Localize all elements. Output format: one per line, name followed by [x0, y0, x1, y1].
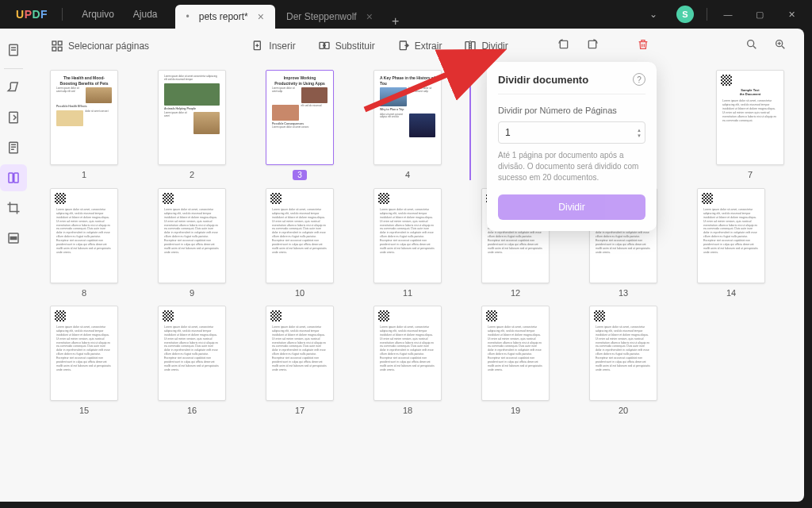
- page-thumb[interactable]: Lorem ipsum dolor sit amet, consectetur …: [262, 306, 338, 415]
- page-thumb[interactable]: Lorem ipsum dolor sit amet, consectetur …: [370, 306, 446, 415]
- page-thumb[interactable]: The Health and Mood-Boosting Benefits of…: [46, 70, 122, 180]
- svg-rect-10: [58, 47, 62, 51]
- menu-file[interactable]: Arquivo: [74, 4, 122, 25]
- page-number: 15: [79, 406, 89, 415]
- page-number: 14: [726, 288, 736, 298]
- svg-rect-9: [52, 47, 56, 51]
- sidebar-comment[interactable]: [0, 74, 27, 101]
- pages-input[interactable]: [505, 127, 637, 138]
- label: Selecionar páginas: [68, 40, 149, 52]
- page-number: 2: [190, 170, 194, 179]
- page-number: 8: [82, 288, 86, 298]
- svg-rect-4: [14, 173, 18, 183]
- page-number: 16: [187, 406, 197, 415]
- page-thumb[interactable]: A Key Phase in the History of TouLorem i…: [370, 70, 446, 180]
- rotate-left-button[interactable]: [553, 33, 575, 59]
- label: Inserir: [269, 40, 295, 52]
- page-thumb[interactable]: Lorem ipsum dolor sit amet, consectetur …: [262, 188, 338, 298]
- delete-button[interactable]: [632, 33, 654, 59]
- chevron-down-icon[interactable]: ⌄: [640, 4, 667, 25]
- page-thumb[interactable]: Lorem ipsum dolor sit amet, consectetur …: [154, 306, 230, 415]
- popup-title: Dividir documento: [498, 74, 588, 86]
- page-number: 13: [619, 288, 628, 298]
- page-number: 11: [403, 288, 412, 298]
- menu-help[interactable]: Ajuda: [125, 4, 166, 25]
- maximize-button[interactable]: ▢: [745, 3, 774, 25]
- extract-button[interactable]: Extrair: [389, 35, 450, 57]
- page-number: 10: [295, 288, 304, 298]
- minimize-button[interactable]: —: [714, 3, 742, 25]
- add-tab-button[interactable]: +: [384, 14, 407, 29]
- divider: [707, 8, 707, 21]
- sidebar-redact[interactable]: [0, 225, 27, 252]
- hint-text: Até 1 página por documento após a divisã…: [498, 150, 645, 183]
- sidebar-organize[interactable]: [0, 164, 27, 191]
- svg-rect-3: [9, 173, 13, 183]
- page-number: 19: [511, 406, 520, 415]
- page-thumb[interactable]: Lorem ipsum dolor sit amet, consectetur …: [585, 306, 661, 415]
- app-logo: UPDF: [6, 8, 57, 21]
- svg-rect-7: [52, 41, 56, 45]
- split-button[interactable]: Dividir: [456, 35, 515, 57]
- page-number: 18: [403, 406, 412, 415]
- svg-rect-15: [465, 41, 469, 50]
- sidebar-edit[interactable]: [0, 104, 27, 131]
- sidebar-crop[interactable]: [0, 194, 27, 221]
- svg-point-19: [748, 40, 754, 46]
- sidebar-reader[interactable]: [0, 37, 27, 64]
- split-document-popup: Dividir documento ? Dividir por Número d…: [487, 62, 657, 231]
- select-pages-button[interactable]: Selecionar páginas: [43, 35, 157, 57]
- svg-rect-16: [472, 41, 476, 50]
- svg-rect-6: [10, 237, 17, 240]
- tab-steppenwolf[interactable]: Der Steppenwolf ×: [275, 5, 384, 29]
- page-number: 1: [82, 170, 86, 179]
- page-thumb[interactable]: Lorem ipsum dolor sit amet, consectetur …: [154, 188, 230, 298]
- svg-rect-8: [58, 41, 62, 45]
- svg-rect-17: [560, 40, 567, 48]
- page-thumb[interactable]: Lorem ipsum dolor sit amet, consectetur …: [370, 188, 446, 298]
- page-thumb[interactable]: Lorem ipsum dolor sit amet, consectetur …: [477, 306, 553, 415]
- avatar[interactable]: S: [676, 6, 694, 23]
- page-number: 12: [511, 288, 520, 298]
- page-thumb[interactable]: Lorem ipsum dolor sit amet consectetur a…: [154, 70, 230, 180]
- pages-input-wrap: ▲ ▼: [498, 121, 645, 144]
- step-down[interactable]: ▼: [637, 133, 642, 138]
- page-number: 9: [190, 288, 194, 298]
- svg-rect-18: [588, 40, 596, 48]
- split-marker: [469, 70, 471, 180]
- label: Dividir: [481, 40, 508, 52]
- tab-pets-report[interactable]: • pets report* ×: [175, 5, 275, 29]
- help-icon[interactable]: ?: [633, 73, 645, 86]
- tab-label: Der Steppenwolf: [286, 11, 357, 22]
- zoom-button[interactable]: [769, 33, 791, 59]
- field-label: Dividir por Número de Páginas: [498, 106, 645, 115]
- close-icon[interactable]: ×: [258, 10, 264, 23]
- page-thumb[interactable]: Lorem ipsum dolor sit amet, consectetur …: [46, 306, 122, 415]
- page-number: 17: [295, 406, 304, 415]
- search-button[interactable]: [741, 33, 763, 59]
- label: Extrair: [415, 40, 442, 52]
- page-number: 4: [405, 170, 410, 179]
- replace-button[interactable]: Substituir: [310, 35, 383, 57]
- close-button[interactable]: ✕: [777, 3, 806, 25]
- divider: [4, 68, 23, 69]
- rotate-right-button[interactable]: [581, 33, 603, 59]
- sidebar-form[interactable]: [0, 134, 27, 161]
- page-thumb[interactable]: Lorem ipsum dolor sit amet, consectetur …: [693, 188, 769, 298]
- label: Substituir: [335, 40, 375, 52]
- divider: [62, 8, 63, 21]
- step-up[interactable]: ▲: [637, 128, 642, 133]
- page-number: 20: [619, 406, 628, 415]
- insert-button[interactable]: Inserir: [243, 35, 303, 57]
- page-thumb[interactable]: Improve Working Productivity in Using Ap…: [262, 70, 338, 180]
- close-icon[interactable]: ×: [366, 10, 373, 23]
- split-confirm-button[interactable]: Dividir: [498, 194, 645, 220]
- page-number: 3: [293, 170, 307, 180]
- page-number: 7: [748, 170, 753, 179]
- tab-label: pets report*: [199, 11, 248, 22]
- page-thumb[interactable]: Sample Textthe DocumentLorem ipsum dolor…: [712, 70, 788, 180]
- page-thumb[interactable]: Lorem ipsum dolor sit amet, consectetur …: [46, 188, 122, 298]
